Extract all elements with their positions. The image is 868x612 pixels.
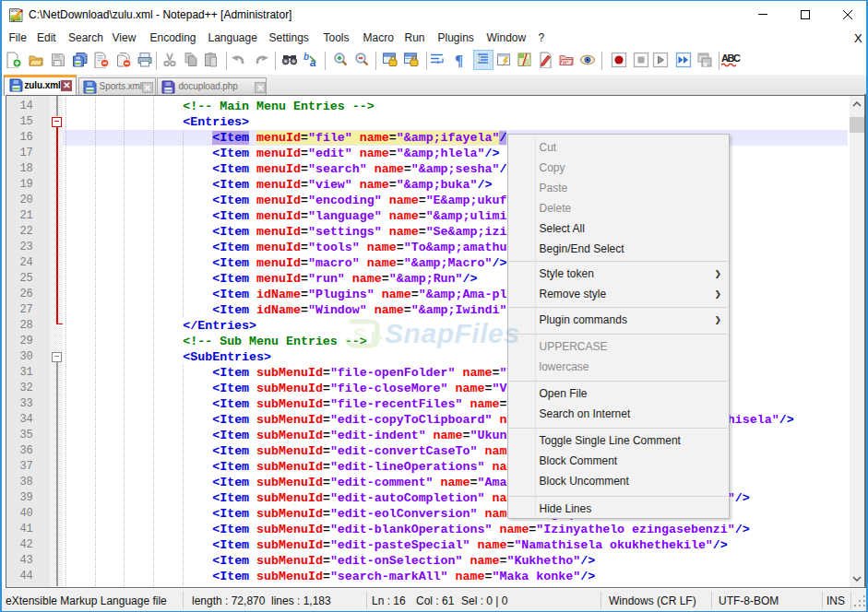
svg-text:¶: ¶ bbox=[455, 52, 463, 68]
svg-text:ABC: ABC bbox=[721, 53, 741, 64]
svg-text:b: b bbox=[303, 52, 309, 62]
